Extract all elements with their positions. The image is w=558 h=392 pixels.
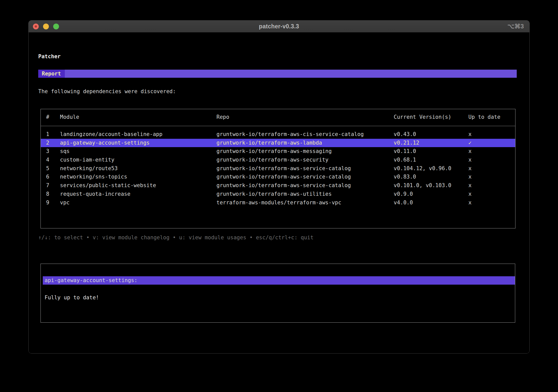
row-repo: gruntwork-io/terraform-aws-cis-service-c… xyxy=(216,130,394,139)
row-module: landingzone/account-baseline-app xyxy=(60,130,216,139)
row-repo: gruntwork-io/terraform-aws-service-catal… xyxy=(216,164,394,173)
row-up-to-date: x xyxy=(468,147,515,156)
row-versions: v0.43.0 xyxy=(394,130,468,139)
detail-body: Fully up to date! xyxy=(45,293,99,302)
row-repo: gruntwork-io/terraform-aws-service-catal… xyxy=(216,181,394,190)
row-up-to-date: ✓ xyxy=(468,139,515,147)
terminal-window: patcher-v0.3.3 ⌥⌘3 Patcher Report The fo… xyxy=(28,20,530,354)
row-versions: v0.104.12, v0.96.0 xyxy=(394,164,468,173)
row-module: request-quota-increase xyxy=(60,190,216,199)
column-header-num: # xyxy=(46,113,60,121)
tab-shortcut-label: ⌥⌘3 xyxy=(507,21,524,32)
row-repo: terraform-aws-modules/terraform-aws-vpc xyxy=(216,199,394,207)
maximize-button[interactable] xyxy=(53,24,59,29)
row-repo: gruntwork-io/terraform-aws-messaging xyxy=(216,147,394,156)
row-up-to-date: x xyxy=(468,156,515,164)
column-header-repo: Repo xyxy=(216,113,394,121)
close-button[interactable] xyxy=(33,24,39,29)
traffic-lights xyxy=(33,21,59,32)
table-body: 1 landingzone/account-baseline-app grunt… xyxy=(41,130,515,207)
row-versions: v4.0.0 xyxy=(394,199,468,207)
table-row[interactable]: 5 networking/route53 gruntwork-io/terraf… xyxy=(41,164,515,173)
row-module: sqs xyxy=(60,147,216,156)
row-num: 7 xyxy=(46,181,60,190)
table-row[interactable]: 2 api-gateway-account-settings gruntwork… xyxy=(41,139,515,147)
row-num: 4 xyxy=(46,156,60,164)
help-bar: ↑/↓: to select • v: view module changelo… xyxy=(38,233,313,242)
report-banner: Report xyxy=(38,70,517,78)
row-up-to-date: x xyxy=(468,130,515,139)
row-num: 2 xyxy=(46,139,60,147)
column-header-versions: Current Version(s) xyxy=(394,113,468,121)
header-separator xyxy=(41,126,515,126)
terminal-screen: Patcher Report The following dependencie… xyxy=(29,32,529,354)
window-title: patcher-v0.3.3 xyxy=(29,23,529,30)
row-up-to-date: x xyxy=(468,181,515,190)
row-versions: v0.83.0 xyxy=(394,173,468,181)
row-num: 5 xyxy=(46,164,60,173)
row-versions: v0.11.0 xyxy=(394,147,468,156)
row-module: services/public-static-website xyxy=(60,181,216,190)
row-up-to-date: x xyxy=(468,199,515,207)
minimize-button[interactable] xyxy=(43,24,49,29)
row-up-to-date: x xyxy=(468,164,515,173)
row-num: 9 xyxy=(46,199,60,207)
tab-report[interactable]: Report xyxy=(38,70,65,78)
detail-panel: api-gateway-account-settings: Fully up t… xyxy=(41,264,515,323)
intro-text: The following dependencies were discover… xyxy=(38,87,176,96)
table-row[interactable]: 8 request-quota-increase gruntwork-io/te… xyxy=(41,190,515,199)
row-module: api-gateway-account-settings xyxy=(60,139,216,147)
table-header: # Module Repo Current Version(s) Up to d… xyxy=(41,113,515,121)
row-repo: gruntwork-io/terraform-aws-lambda xyxy=(216,139,394,147)
table-row[interactable]: 1 landingzone/account-baseline-app grunt… xyxy=(41,130,515,139)
row-repo: gruntwork-io/terraform-aws-service-catal… xyxy=(216,173,394,181)
row-repo: gruntwork-io/terraform-aws-utilities xyxy=(216,190,394,199)
row-num: 8 xyxy=(46,190,60,199)
unsaved-dot-icon xyxy=(35,25,37,28)
row-module: networking/route53 xyxy=(60,164,216,173)
row-versions: v0.68.1 xyxy=(394,156,468,164)
row-num: 3 xyxy=(46,147,60,156)
row-repo: gruntwork-io/terraform-aws-security xyxy=(216,156,394,164)
table-row[interactable]: 6 networking/sns-topics gruntwork-io/ter… xyxy=(41,173,515,181)
row-up-to-date: x xyxy=(468,173,515,181)
table-row[interactable]: 4 custom-iam-entity gruntwork-io/terrafo… xyxy=(41,156,515,164)
table-row[interactable]: 3 sqs gruntwork-io/terraform-aws-messagi… xyxy=(41,147,515,156)
column-header-module: Module xyxy=(60,113,216,121)
dependencies-table: # Module Repo Current Version(s) Up to d… xyxy=(41,109,515,228)
table-row[interactable]: 7 services/public-static-website gruntwo… xyxy=(41,181,515,190)
row-num: 6 xyxy=(46,173,60,181)
row-versions: v0.21.12 xyxy=(394,139,468,147)
row-module: networking/sns-topics xyxy=(60,173,216,181)
column-header-up-to-date: Up to date xyxy=(468,113,515,121)
row-module: vpc xyxy=(60,199,216,207)
table-row[interactable]: 9 vpc terraform-aws-modules/terraform-aw… xyxy=(41,199,515,207)
row-num: 1 xyxy=(46,130,60,139)
row-module: custom-iam-entity xyxy=(60,156,216,164)
window-titlebar[interactable]: patcher-v0.3.3 ⌥⌘3 xyxy=(29,21,529,32)
row-versions: v0.101.0, v0.103.0 xyxy=(394,181,468,190)
row-versions: v0.9.0 xyxy=(394,190,468,199)
app-heading: Patcher xyxy=(38,52,61,61)
detail-title: api-gateway-account-settings: xyxy=(43,276,515,285)
row-up-to-date: x xyxy=(468,190,515,199)
